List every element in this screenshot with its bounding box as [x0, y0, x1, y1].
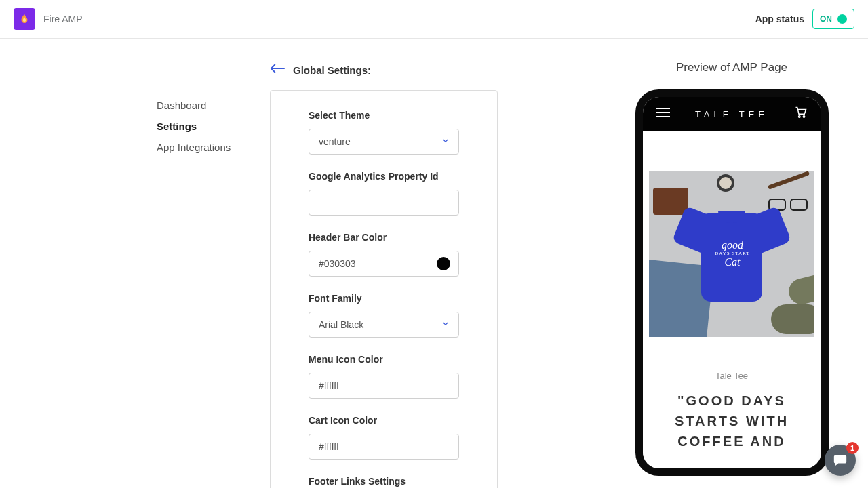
tshirt-print-line3: Cat — [710, 256, 755, 268]
sidebar-item-app-integrations[interactable]: App Integrations — [157, 142, 270, 153]
menu-icon-color-input-wrapper — [309, 373, 459, 399]
font-family-select[interactable]: Arial Black — [309, 312, 459, 338]
theme-value: venture — [319, 136, 351, 147]
chevron-down-icon — [441, 319, 450, 331]
ga-label: Google Analytics Property Id — [309, 171, 459, 182]
preview-brand: TALE TEE — [695, 109, 768, 119]
phone-frame: TALE TEE — [635, 89, 829, 476]
chat-button[interactable]: 1 — [825, 445, 856, 476]
footer-links-label: Footer Links Settings — [309, 476, 459, 487]
header-color-input-wrapper — [309, 251, 459, 277]
flame-icon — [18, 12, 31, 26]
theme-select[interactable]: venture — [309, 129, 459, 155]
menu-icon-color-label: Menu Icon Color — [309, 354, 459, 365]
preview-title: Preview of AMP Page — [676, 61, 787, 75]
cart-icon[interactable] — [794, 106, 808, 121]
svg-point-5 — [803, 116, 804, 117]
preview-vendor: Tale Tee — [715, 371, 748, 381]
sidebar-item-dashboard[interactable]: Dashboard — [157, 100, 270, 111]
preview-header-bar: TALE TEE — [643, 97, 821, 131]
ga-input-wrapper — [309, 190, 459, 216]
chevron-down-icon — [441, 136, 450, 148]
phone-screen: TALE TEE — [643, 97, 821, 468]
sidebar: Dashboard Settings App Integrations — [0, 39, 270, 488]
top-bar: Fire AMP App status ON — [0, 0, 868, 39]
app-status-value: ON — [820, 14, 832, 24]
status-dot-icon — [837, 14, 847, 24]
tshirt-print-line2: DAYS START — [710, 251, 755, 257]
cart-icon-color-input-wrapper — [309, 434, 459, 460]
main-panel: Global Settings: Select Theme venture Go… — [270, 39, 595, 488]
chat-icon — [833, 453, 848, 468]
app-status-label: App status — [755, 14, 804, 24]
theme-label: Select Theme — [309, 110, 459, 121]
preview-product-title: "GOOD DAYS STARTS WITH COFFEE AND — [643, 390, 821, 451]
tshirt-graphic: good DAYS START Cat — [671, 193, 793, 308]
chat-badge: 1 — [846, 442, 859, 454]
settings-card: Select Theme venture Google Analytics Pr… — [270, 90, 498, 488]
app-logo — [14, 8, 35, 30]
preview-product-image: good DAYS START Cat — [649, 171, 814, 337]
font-family-label: Font Family — [309, 293, 459, 304]
menu-icon-color-input[interactable] — [319, 380, 449, 391]
app-name: Fire AMP — [43, 14, 83, 24]
back-arrow-icon[interactable] — [270, 63, 285, 77]
header-color-input[interactable] — [319, 258, 449, 269]
sidebar-item-settings[interactable]: Settings — [157, 121, 270, 132]
page-title: Global Settings: — [293, 64, 371, 76]
cart-icon-color-input[interactable] — [319, 441, 449, 452]
ga-input[interactable] — [319, 197, 449, 208]
header-color-label: Header Bar Color — [309, 232, 459, 243]
cart-icon-color-label: Cart Icon Color — [309, 415, 459, 426]
tshirt-print-line1: good — [710, 239, 755, 251]
app-status-toggle[interactable]: ON — [812, 9, 854, 29]
svg-point-4 — [798, 116, 800, 117]
font-family-value: Arial Black — [319, 319, 363, 330]
menu-icon[interactable] — [656, 108, 670, 120]
header-color-swatch-icon[interactable] — [437, 257, 450, 270]
preview-body: good DAYS START Cat Tale Tee "GOOD DAYS … — [643, 131, 821, 468]
preview-panel: Preview of AMP Page TALE TEE — [595, 39, 868, 488]
